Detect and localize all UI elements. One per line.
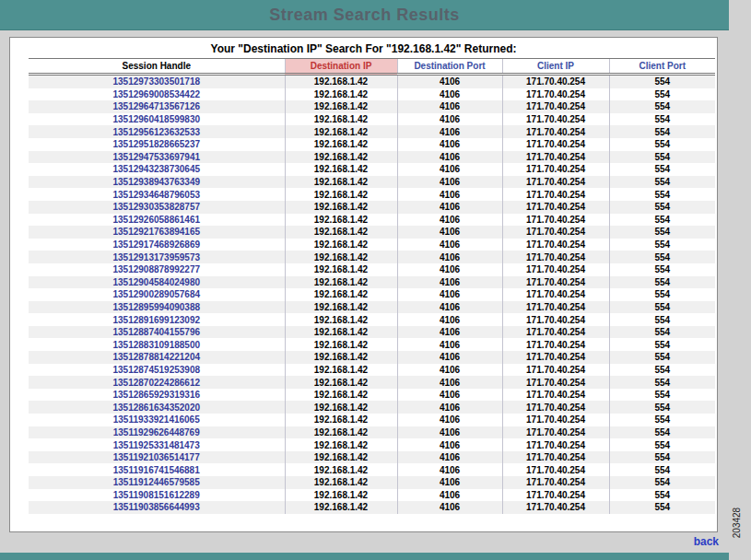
destination-ip-cell: 192.168.1.42 bbox=[285, 401, 397, 414]
client-ip-cell: 171.70.40.254 bbox=[502, 151, 609, 164]
session-handle-link[interactable]: 13512913173959573 bbox=[112, 252, 200, 262]
table-row: 13512913173959573192.168.1.424106171.70.… bbox=[29, 251, 715, 263]
client-port-cell: 554 bbox=[609, 438, 715, 451]
destination-ip-cell: 192.168.1.42 bbox=[285, 151, 397, 164]
client-port-cell: 554 bbox=[609, 376, 715, 389]
destination-port-cell: 4106 bbox=[397, 476, 502, 489]
table-row: 13512895994090388192.168.1.424106171.70.… bbox=[29, 301, 715, 314]
session-handle-cell: 13511903856644993 bbox=[29, 501, 285, 514]
client-ip-cell: 171.70.40.254 bbox=[502, 426, 609, 439]
session-handle-cell: 13512947533697941 bbox=[29, 151, 285, 164]
session-handle-link[interactable]: 13512900289057684 bbox=[112, 289, 200, 299]
session-handle-cell: 13511916741546881 bbox=[29, 463, 285, 476]
client-port-cell: 554 bbox=[609, 313, 715, 326]
column-header-client-port: Client Port bbox=[609, 59, 715, 75]
table-row: 13512926058861461192.168.1.424106171.70.… bbox=[29, 214, 715, 227]
destination-ip-cell: 192.168.1.42 bbox=[285, 188, 397, 201]
session-handle-link[interactable]: 13511908151612289 bbox=[113, 490, 200, 500]
session-handle-cell: 13511912446579585 bbox=[29, 476, 285, 489]
destination-port-cell: 4106 bbox=[397, 451, 502, 464]
client-port-cell: 554 bbox=[609, 125, 715, 138]
client-ip-cell: 171.70.40.254 bbox=[502, 313, 609, 326]
client-ip-cell: 171.70.40.254 bbox=[502, 100, 609, 113]
session-handle-cell: 13512964713567126 bbox=[29, 100, 285, 113]
session-handle-link[interactable]: 13511929626448769 bbox=[113, 427, 200, 438]
table-row: 13512956123632533192.168.1.424106171.70.… bbox=[29, 125, 715, 138]
session-handle-link[interactable]: 13512874519253908 bbox=[112, 365, 200, 375]
destination-ip-cell: 192.168.1.42 bbox=[285, 326, 397, 339]
client-port-cell: 554 bbox=[609, 276, 715, 289]
client-port-cell: 554 bbox=[609, 176, 715, 189]
client-ip-cell: 171.70.40.254 bbox=[502, 301, 609, 314]
session-handle-link[interactable]: 13512865929319316 bbox=[112, 390, 200, 400]
destination-port-cell: 4106 bbox=[397, 75, 502, 88]
client-port-cell: 554 bbox=[609, 251, 715, 263]
client-port-cell: 554 bbox=[609, 214, 715, 227]
session-handle-link[interactable]: 13511925331481473 bbox=[113, 440, 200, 450]
back-link[interactable]: back bbox=[694, 535, 719, 548]
destination-port-cell: 4106 bbox=[397, 338, 502, 351]
session-handle-link[interactable]: 13511912446579585 bbox=[113, 477, 200, 487]
destination-ip-cell: 192.168.1.42 bbox=[285, 438, 397, 451]
session-handle-link[interactable]: 13512891699123092 bbox=[112, 315, 200, 325]
destination-port-cell: 4106 bbox=[397, 401, 502, 414]
destination-port-cell: 4106 bbox=[397, 501, 502, 514]
client-ip-cell: 171.70.40.254 bbox=[502, 376, 609, 389]
table-row: 13512870224286612192.168.1.424106171.70.… bbox=[29, 376, 715, 389]
session-handle-link[interactable]: 13512951828665237 bbox=[112, 139, 200, 149]
session-handle-link[interactable]: 13512943238730645 bbox=[112, 164, 200, 174]
session-handle-link[interactable]: 13512895994090388 bbox=[112, 302, 200, 312]
session-handle-link[interactable]: 13512934648796053 bbox=[112, 190, 200, 200]
session-handle-link[interactable]: 13512938943763349 bbox=[112, 177, 200, 187]
table-row: 13512900289057684192.168.1.424106171.70.… bbox=[29, 288, 715, 301]
destination-port-cell: 4106 bbox=[397, 138, 502, 151]
session-handle-link[interactable]: 13512969008534422 bbox=[112, 89, 200, 99]
session-handle-link[interactable]: 13511933921416065 bbox=[113, 414, 200, 425]
destination-port-cell: 4106 bbox=[397, 226, 502, 239]
client-ip-cell: 171.70.40.254 bbox=[502, 276, 609, 289]
session-handle-cell: 13512973303501718 bbox=[29, 75, 285, 88]
client-ip-cell: 171.70.40.254 bbox=[502, 188, 609, 201]
session-handle-link[interactable]: 13512960418599830 bbox=[112, 114, 200, 124]
session-handle-cell: 13512960418599830 bbox=[29, 113, 285, 126]
session-handle-link[interactable]: 13512917468926869 bbox=[112, 239, 200, 250]
table-row: 13512883109188500192.168.1.424106171.70.… bbox=[29, 338, 715, 351]
client-port-cell: 554 bbox=[609, 489, 715, 502]
session-handle-cell: 13512904584024980 bbox=[29, 276, 285, 289]
session-handle-link[interactable]: 13512887404155796 bbox=[112, 327, 200, 337]
session-handle-link[interactable]: 13512908878992277 bbox=[112, 264, 200, 274]
session-handle-link[interactable]: 13511916741546881 bbox=[113, 465, 200, 475]
client-port-cell: 554 bbox=[609, 100, 715, 113]
table-row: 13512921763894165192.168.1.424106171.70.… bbox=[29, 226, 715, 239]
destination-ip-cell: 192.168.1.42 bbox=[285, 251, 397, 263]
session-handle-link[interactable]: 13512926058861461 bbox=[112, 215, 200, 225]
session-handle-link[interactable]: 13512878814221204 bbox=[112, 352, 200, 362]
session-handle-link[interactable]: 13512956123632533 bbox=[112, 127, 200, 137]
destination-ip-cell: 192.168.1.42 bbox=[285, 226, 397, 239]
session-handle-link[interactable]: 13512964713567126 bbox=[112, 101, 200, 111]
destination-ip-cell: 192.168.1.42 bbox=[285, 88, 397, 101]
session-handle-link[interactable]: 13512870224286612 bbox=[112, 378, 200, 388]
destination-ip-cell: 192.168.1.42 bbox=[285, 100, 397, 113]
session-handle-cell: 13512951828665237 bbox=[29, 138, 285, 151]
table-row: 13512887404155796192.168.1.424106171.70.… bbox=[29, 326, 715, 339]
session-handle-link[interactable]: 13512861634352020 bbox=[112, 402, 200, 413]
client-ip-cell: 171.70.40.254 bbox=[502, 338, 609, 351]
client-ip-cell: 171.70.40.254 bbox=[502, 463, 609, 476]
client-ip-cell: 171.70.40.254 bbox=[502, 176, 609, 189]
session-handle-link[interactable]: 13512921763894165 bbox=[112, 227, 200, 237]
session-handle-link[interactable]: 13511903856644993 bbox=[113, 502, 200, 512]
table-row: 13512865929319316192.168.1.424106171.70.… bbox=[29, 389, 715, 402]
session-handle-link[interactable]: 13511921036514177 bbox=[113, 452, 200, 462]
destination-ip-cell: 192.168.1.42 bbox=[285, 75, 397, 88]
session-handle-link[interactable]: 13512947533697941 bbox=[112, 152, 200, 162]
session-handle-link[interactable]: 13512883109188500 bbox=[112, 340, 200, 350]
destination-ip-cell: 192.168.1.42 bbox=[285, 338, 397, 351]
destination-ip-cell: 192.168.1.42 bbox=[285, 125, 397, 138]
destination-port-cell: 4106 bbox=[397, 201, 502, 214]
column-header-client-ip: Client IP bbox=[502, 59, 609, 75]
session-handle-link[interactable]: 13512904584024980 bbox=[112, 277, 200, 287]
session-handle-link[interactable]: 13512973303501718 bbox=[112, 76, 200, 87]
session-handle-link[interactable]: 13512930353828757 bbox=[112, 202, 200, 212]
session-handle-cell: 13512921763894165 bbox=[29, 226, 285, 239]
